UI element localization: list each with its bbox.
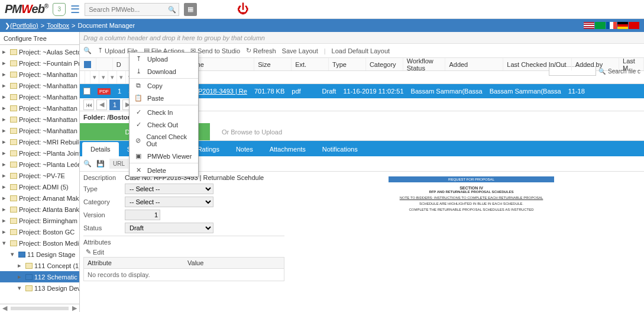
col-type[interactable]: Type	[329, 58, 366, 70]
save-layout-button[interactable]: Save Layout	[282, 47, 318, 54]
configure-tree-button[interactable]: Configure Tree	[0, 32, 79, 45]
calendar-icon[interactable]: ▦	[184, 3, 197, 16]
sidebar-item[interactable]: ▸Project: ~Planta León - M	[0, 159, 79, 170]
flag-fr[interactable]	[606, 22, 617, 29]
tab-attachments[interactable]: Attachments	[261, 142, 314, 156]
menu-check-in[interactable]: ✓Check In	[130, 106, 198, 118]
menu-icon[interactable]: ☰	[70, 3, 80, 16]
row-checkbox[interactable]	[83, 88, 90, 95]
sidebar-item[interactable]: ▸Project: ~Planta Joinville -	[0, 147, 79, 159]
filter-icon[interactable]: ▾	[90, 71, 99, 83]
col-addedby[interactable]: Added by	[572, 58, 619, 70]
version-input[interactable]	[125, 210, 160, 220]
sidebar-item[interactable]: ▸Project: Amanat Makkah F	[0, 192, 79, 204]
col-last[interactable]: Last M	[619, 58, 644, 70]
tab-details[interactable]: Details	[82, 142, 119, 156]
flag-de[interactable]	[617, 22, 628, 29]
sidebar-item[interactable]: ▸Project: ~Manhattan Cou	[0, 69, 79, 80]
breadcrumb-toolbox[interactable]: Toolbox	[47, 22, 69, 29]
select-all-checkbox[interactable]	[84, 61, 91, 68]
filter-icon[interactable]: ▾	[117, 71, 126, 83]
sidebar-item[interactable]: ▸Project: ADMI (5)	[0, 181, 79, 192]
sidebar-item[interactable]: ▸Project: ~Manhattan Cou	[0, 91, 79, 102]
sidebar-item[interactable]: ▸Project: ~Manhattan Cou	[0, 80, 79, 91]
sidebar-item[interactable]: ▸Project: ~Aulas Sector No	[0, 46, 79, 57]
col-category[interactable]: Category	[366, 58, 403, 70]
tree-label: Project: ~Fountain Pump	[19, 60, 79, 67]
load-layout-button[interactable]: Load Default Layout	[332, 47, 390, 54]
menu-upload[interactable]: ⤒Upload	[130, 53, 198, 65]
pager-page[interactable]: 1	[109, 99, 120, 110]
sidebar-item[interactable]: ▾11 Design Stage	[0, 249, 79, 260]
filter-icon[interactable]: ▾	[99, 71, 108, 83]
chevron-icon: ▸	[2, 93, 8, 101]
col-added[interactable]: Added	[445, 58, 503, 70]
col-ext[interactable]: Ext.	[292, 58, 329, 70]
flag-br[interactable]	[595, 22, 606, 29]
breadcrumb-portfolio[interactable]: (Portfolio)	[10, 22, 38, 29]
sidebar-item[interactable]: ▸Project: ~Manhattan Cou	[0, 125, 79, 136]
col-size[interactable]: Size	[254, 58, 292, 70]
url-badge[interactable]: URL	[109, 159, 128, 169]
search-box[interactable]: 🔍	[85, 3, 179, 16]
filter-icon[interactable]: ▾	[108, 71, 117, 83]
sidebar-item[interactable]: ▸Project: ~Manhattan Cou	[0, 102, 79, 114]
menu-delete[interactable]: ✕Delete	[130, 164, 198, 176]
sidebar: Configure Tree ▸Project: ~Aulas Sector N…	[0, 32, 80, 312]
category-select[interactable]: -- Select --	[125, 197, 213, 207]
menu-download[interactable]: ⤓Download	[130, 65, 198, 78]
status-select[interactable]: Draft	[125, 223, 213, 233]
shield-badge[interactable]: 3	[53, 3, 66, 16]
folder-icon	[10, 162, 17, 168]
search-input[interactable]	[89, 4, 166, 15]
sidebar-item[interactable]: ▸Project: ~MRI Rebuild	[0, 136, 79, 147]
tree-label: 111 Concept (1)	[34, 262, 79, 269]
check-icon: ✓	[134, 121, 143, 128]
menu-cancel-checkout[interactable]: ⊘Cancel Check Out	[130, 131, 198, 150]
tree-label: Project: ~Manhattan Cou	[19, 105, 79, 112]
sidebar-item[interactable]: ▸111 Concept (1)	[0, 260, 79, 271]
folder-icon	[18, 252, 25, 258]
power-icon[interactable]: ⏻	[237, 2, 249, 16]
sidebar-item[interactable]: ▸112 Schematic (1)	[0, 271, 79, 282]
cancel-icon: ⊘	[134, 137, 141, 144]
chevron-icon: ▸	[2, 205, 8, 213]
col-workflow[interactable]: Workflow Status	[403, 58, 446, 70]
sidebar-item[interactable]: ▸Project: ~Manhattan Cou	[0, 114, 79, 125]
sidebar-item[interactable]: ▸Project: Boston GC	[0, 226, 79, 237]
sidebar-scroll[interactable]: ◀▶	[0, 304, 79, 312]
sidebar-item[interactable]: ▸Project: ~Fountain Pump	[0, 57, 79, 69]
sidebar-item[interactable]: ▸Project: ~PV-7E	[0, 170, 79, 181]
menu-copy[interactable]: ⧉Copy	[130, 79, 198, 92]
menu-check-out[interactable]: ✓Check Out	[130, 118, 198, 131]
search-icon[interactable]: 🔍	[168, 5, 176, 13]
pager-prev[interactable]: ◀	[96, 99, 107, 110]
folder-icon	[10, 240, 17, 246]
refresh-button[interactable]: ↻Refresh	[246, 47, 276, 54]
col-checked[interactable]: Last Checked In/Out	[503, 58, 571, 70]
sidebar-item[interactable]: ▾Project: Boston Medical C	[0, 237, 79, 249]
type-select[interactable]: -- Select --	[125, 184, 213, 194]
tab-notes[interactable]: Notes	[228, 142, 261, 156]
menu-pmweb-viewer[interactable]: ▣PMWeb Viewer	[130, 150, 198, 162]
flag-us[interactable]	[584, 22, 594, 29]
browse-upload[interactable]: Or Browse to Upload	[210, 128, 294, 136]
pager-first[interactable]: ⏮	[83, 99, 94, 110]
sidebar-item[interactable]: ▸Project: Birmingham Bank	[0, 215, 79, 226]
sidebar-item[interactable]: ▾113 Design Develo	[0, 282, 79, 294]
sidebar-item[interactable]: ▸Project: Atlanta Bank Bran	[0, 204, 79, 215]
tab-notifications[interactable]: Notifications	[314, 142, 366, 156]
save-icon[interactable]: 💾	[96, 160, 105, 168]
chevron-icon: ▸	[2, 217, 8, 224]
breadcrumb-current: Document Manager	[77, 22, 135, 29]
search-icon[interactable]: 🔍	[83, 47, 92, 54]
menu-paste[interactable]: 📋Paste	[130, 92, 198, 104]
breadcrumb-bar: ❯ (Portfolio) > Toolbox > Document Manag…	[0, 19, 644, 32]
search-icon[interactable]: 🔍	[83, 160, 92, 168]
chevron-icon: ▸	[2, 160, 8, 168]
chevron-icon: ▸	[2, 194, 8, 202]
flag-other[interactable]	[629, 22, 639, 29]
tree-label: Project: ~Planta León - M	[19, 161, 79, 168]
project-tree: ▸Project: ~Aulas Sector No▸Project: ~Fou…	[0, 45, 79, 304]
edit-button[interactable]: ✎Edit	[83, 247, 284, 257]
